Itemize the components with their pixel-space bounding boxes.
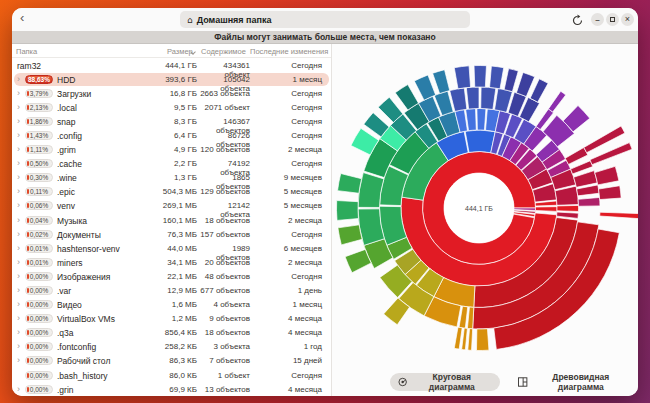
table-row[interactable]: ›0,50%.cache2,2 ГБ74192 объектаСегодня (12, 157, 331, 171)
chart-segment[interactable] (338, 225, 362, 245)
table-row[interactable]: ›0,00%Изображения22,1 МБ48 объектовСегод… (12, 269, 331, 283)
row-expander-icon[interactable]: › (17, 285, 20, 296)
table-row[interactable]: ›1,86%snap8,3 ГБ146367 объектовСегодня (12, 114, 331, 128)
row-expander-icon[interactable]: › (17, 215, 20, 226)
chart-segment[interactable] (474, 66, 486, 88)
row-expander-icon[interactable]: › (17, 313, 20, 324)
back-button[interactable]: ‹ (20, 10, 24, 25)
table-row[interactable]: ›2,13%.local9,5 ГБ2071 объектСегодня (12, 100, 331, 114)
row-expander-icon[interactable]: › (17, 130, 20, 141)
chart-segment[interactable] (337, 201, 359, 221)
row-folder-name: .fontconfig (57, 342, 96, 352)
row-expander-icon[interactable]: › (17, 116, 20, 127)
chart-segment[interactable] (548, 91, 565, 112)
table-row[interactable]: ›0,00%.fontconfig258,2 КБ3 объекта1 год (12, 340, 331, 354)
chart-segment[interactable] (557, 205, 579, 211)
chart-segment[interactable] (574, 171, 598, 188)
column-header-modified[interactable]: Последние изменения (250, 47, 328, 56)
refresh-button[interactable] (571, 13, 584, 26)
table-row[interactable]: ›0,00%.q3a856,4 КБ18 объектов4 месяца (12, 326, 331, 340)
chart-segment[interactable] (433, 70, 450, 94)
table-row[interactable]: ›1,11%.grim4,9 ГБ120 объектов2 месяца (12, 143, 331, 157)
row-expander-icon[interactable]: › (17, 172, 20, 183)
chart-segment[interactable] (465, 130, 495, 153)
chart-segment[interactable] (565, 148, 588, 165)
column-header-contents[interactable]: Содержимое (201, 47, 246, 56)
row-expander-icon[interactable]: › (17, 299, 20, 310)
column-header-folder[interactable]: Папка (16, 47, 37, 56)
chart-segment[interactable] (358, 173, 384, 208)
chart-segment[interactable] (467, 307, 473, 329)
minimize-button[interactable]: – (591, 13, 604, 26)
table-row[interactable]: ›0,00%.grin69,9 КБ13 объектов4 месяца (12, 382, 331, 396)
row-expander-icon[interactable]: › (17, 144, 20, 155)
row-percent-badge: 0,06% (25, 201, 53, 210)
table-row[interactable]: ›0,00%VirtualBox VMs1,2 МБ9 объектов4 ме… (12, 312, 331, 326)
percent-bar (27, 91, 29, 96)
table-row[interactable]: ›0,02%Документы76,3 МБ157 объектовСегодн… (12, 227, 331, 241)
treemap-chart-button[interactable]: Древовидная диаграмма (510, 373, 638, 391)
chart-segment[interactable] (462, 328, 468, 350)
chart-segment[interactable] (490, 66, 504, 89)
row-expander-icon[interactable]: › (17, 229, 20, 240)
table-row[interactable]: ›0,01%hashtensor-venv44,0 МБ1989 объекто… (12, 241, 331, 255)
row-expander-icon[interactable]: › (17, 200, 20, 211)
chart-segment[interactable] (468, 329, 473, 351)
table-row[interactable]: 0,00%.bash_history86,0 КБ1 объектСегодня (12, 368, 331, 382)
chart-segment[interactable] (595, 166, 619, 185)
maximize-button[interactable] (606, 13, 619, 26)
row-expander-icon[interactable]: › (17, 257, 20, 268)
close-button[interactable]: × (621, 13, 634, 26)
table-row[interactable]: ›0,00%Видео1,6 МБ4 объекта1 месяц (12, 298, 331, 312)
table-row[interactable]: ›0,30%.wine1,3 ГБ1865 объектов9 месяцев (12, 171, 331, 185)
table-row[interactable]: ›0,11%.epic504,3 МБ129 объектов5 месяцев (12, 185, 331, 199)
row-expander-icon[interactable]: › (17, 102, 20, 113)
row-size: 9,5 ГБ (137, 103, 197, 112)
row-expander-icon[interactable]: › (17, 74, 20, 85)
table-row[interactable]: ›0,06%venv269,1 МБ12142 объекта5 месяцев (12, 199, 331, 213)
row-modified: 2 месяца (252, 216, 322, 225)
chart-segment[interactable] (477, 108, 486, 130)
chart-segment[interactable] (535, 207, 557, 212)
chart-segment[interactable] (454, 327, 462, 349)
chart-segment[interactable] (477, 329, 489, 351)
row-expander-icon[interactable]: › (17, 88, 20, 99)
table-row[interactable]: ›0,00%Рабочий стол86,3 КБ7 объектов15 дн… (12, 354, 331, 368)
table-row[interactable]: ›88,63%HDD393,6 ГБ105042 объекта1 месяц (12, 72, 331, 86)
table-row[interactable]: ›0,01%miners34,1 МБ20 объектов2 месяца (12, 255, 331, 269)
chart-segment[interactable] (578, 197, 600, 206)
chart-segment[interactable] (338, 174, 362, 194)
row-expander-icon[interactable]: › (17, 341, 20, 352)
chart-segment[interactable] (600, 212, 638, 219)
chart-segment[interactable] (481, 87, 496, 109)
chart-segment[interactable] (414, 75, 435, 100)
chart-segment[interactable] (530, 79, 548, 102)
chart-segment[interactable] (599, 186, 622, 200)
row-expander-icon[interactable]: › (17, 384, 20, 395)
row-expander-icon[interactable]: › (17, 186, 20, 197)
row-expander-icon[interactable]: › (17, 158, 20, 169)
row-folder-name: VirtualBox VMs (57, 314, 115, 324)
chart-segment[interactable] (466, 87, 479, 109)
row-modified: Сегодня (252, 131, 322, 140)
table-row[interactable]: ›0,00%.var12,9 МБ677 объектов1 день (12, 284, 331, 298)
table-row[interactable]: ram32444,1 ГБ434361 объектСегодня (12, 58, 331, 72)
row-expander-icon[interactable]: › (17, 327, 20, 338)
location-button[interactable]: ⌂ Домашняя папка (180, 11, 470, 28)
chart-segment[interactable] (454, 66, 470, 89)
treemap-icon (518, 377, 527, 387)
row-expander-icon[interactable]: › (17, 243, 20, 254)
row-expander-icon[interactable]: › (17, 271, 20, 282)
rings-chart-button[interactable]: Круговая диаграмма (390, 373, 500, 391)
row-expander-icon[interactable]: › (17, 355, 20, 366)
table-row[interactable]: ›3,79%Загрузки16,8 ГБ2663 объектаСегодня (12, 86, 331, 100)
row-folder-name: Изображения (57, 272, 110, 282)
row-folder-name: .grim (57, 145, 76, 155)
percent-bar (27, 203, 29, 208)
row-percent-badge: 0,00% (25, 286, 53, 295)
table-row[interactable]: ›1,43%.config6,4 ГБ86726 объектовСегодня (12, 128, 331, 142)
table-row[interactable]: ›0,04%Музыка160,1 МБ18 объектов2 месяца (12, 213, 331, 227)
chart-segment[interactable] (504, 69, 518, 92)
chart-segment[interactable] (557, 212, 579, 218)
chart-segment[interactable] (516, 72, 534, 96)
